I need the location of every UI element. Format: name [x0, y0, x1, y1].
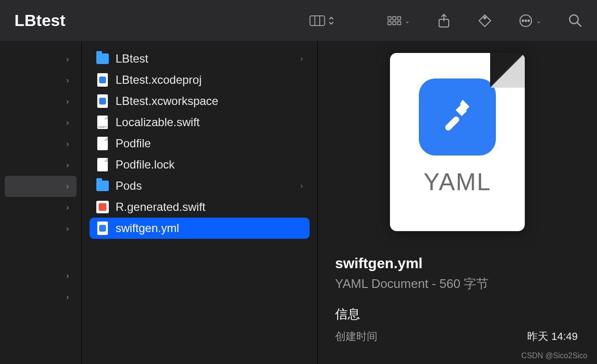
xcworkspace-icon: [96, 95, 109, 107]
preview-section-info: 信息: [335, 306, 578, 323]
preview-size: 560 字节: [440, 276, 489, 291]
chevron-right-icon: ›: [66, 55, 69, 64]
svg-rect-0: [310, 15, 325, 25]
file-name: swiftgen.yml: [116, 221, 303, 235]
preview-created-label: 创建时间: [335, 329, 377, 344]
search-icon: [568, 13, 583, 28]
preview-created-value: 昨天 14:49: [527, 329, 578, 344]
ellipsis-circle-icon: [519, 13, 533, 28]
preview-large-icon: YAML: [390, 53, 525, 231]
svg-point-14: [525, 20, 526, 21]
file-name: LBtest.xcodeproj: [116, 73, 303, 87]
sidebar-item[interactable]: ›: [0, 70, 81, 91]
file-row-doc[interactable]: Podfile.lock: [90, 154, 310, 175]
file-name: Pods: [116, 179, 294, 193]
tags-button[interactable]: [478, 13, 492, 28]
file-name: Localizable.swift: [116, 116, 303, 129]
preview-metadata: swiftgen.yml YAML Document - 560 字节 信息 创…: [318, 231, 597, 344]
chevron-right-icon: ›: [300, 54, 303, 63]
chevron-down-icon: ⌄: [404, 17, 410, 25]
updown-icon: [328, 16, 334, 26]
chevron-right-icon: ›: [66, 118, 69, 127]
sidebar-item[interactable]: ›: [0, 265, 81, 286]
watermark: CSDN @Sico2Sico: [521, 351, 587, 360]
file-name: R.generated.swift: [116, 200, 303, 214]
share-button[interactable]: [437, 13, 451, 28]
svg-rect-4: [393, 16, 396, 20]
toolbar-actions-group: ⌄ ⌄: [387, 13, 583, 28]
file-name: LBtest.xcworkspace: [116, 94, 303, 108]
svg-point-15: [528, 20, 529, 21]
window-title: LBtest: [14, 11, 65, 30]
sidebar-item[interactable]: ›: [0, 197, 81, 218]
dogear-icon: [490, 53, 525, 88]
hammer-icon: [436, 95, 479, 139]
columns-icon: [309, 14, 325, 27]
chevron-right-icon: ›: [66, 203, 69, 212]
svg-point-13: [522, 20, 523, 21]
columns-view-button[interactable]: [309, 14, 334, 27]
document-icon: [96, 158, 109, 171]
xcode-badge-icon: [419, 78, 496, 156]
yaml-icon: [96, 222, 109, 234]
xcodeproj-icon: [96, 74, 109, 86]
folder-icon: [96, 180, 109, 192]
sidebar-item[interactable]: ›: [0, 286, 81, 308]
sidebar-item[interactable]: ›: [0, 49, 81, 70]
search-button[interactable]: [568, 13, 583, 28]
file-row-swift[interactable]: R.generated.swift: [90, 196, 310, 218]
chevron-down-icon: ⌄: [536, 17, 542, 25]
sidebar-item-current[interactable]: ›: [5, 176, 77, 197]
preview-ext-label: YAML: [424, 168, 491, 196]
svg-rect-5: [398, 16, 401, 20]
main-content: › › › › › › › › › › › LBtest › LBtest.xc…: [0, 41, 597, 364]
chevron-right-icon: ›: [66, 140, 69, 148]
file-row-yaml[interactable]: swiftgen.yml: [90, 218, 310, 239]
folder-icon: [96, 52, 109, 65]
svg-point-16: [570, 15, 578, 24]
file-list-column: LBtest › LBtest.xcodeproj LBtest.xcworks…: [82, 41, 318, 364]
file-row-doc[interactable]: Podfile: [90, 133, 310, 154]
swift-doc-icon: SWIFT: [96, 116, 109, 129]
chevron-right-icon: ›: [66, 272, 69, 280]
svg-rect-6: [388, 21, 391, 25]
file-row-folder[interactable]: Pods ›: [90, 175, 310, 196]
svg-line-17: [577, 23, 581, 26]
chevron-right-icon: ›: [66, 97, 69, 106]
file-row-xcworkspace[interactable]: LBtest.xcworkspace: [90, 91, 310, 112]
sidebar-item[interactable]: ›: [0, 91, 81, 112]
sidebar-item[interactable]: ›: [0, 218, 81, 239]
sidebar-item[interactable]: ›: [0, 112, 81, 133]
svg-rect-3: [388, 16, 391, 20]
file-row-xcodeproj[interactable]: LBtest.xcodeproj: [90, 69, 310, 91]
chevron-right-icon: ›: [66, 76, 69, 85]
file-row-folder[interactable]: LBtest ›: [90, 48, 310, 69]
file-row-swiftdoc[interactable]: SWIFT Localizable.swift: [90, 112, 310, 133]
chevron-right-icon: ›: [66, 224, 69, 233]
chevron-right-icon: ›: [66, 161, 69, 169]
preview-kind: YAML Document: [335, 276, 428, 291]
tag-icon: [478, 13, 492, 28]
file-name: Podfile.lock: [116, 158, 303, 171]
group-icon: [387, 13, 402, 28]
sidebar-item[interactable]: ›: [0, 133, 81, 155]
swift-icon: [96, 201, 109, 213]
file-name: LBtest: [116, 52, 294, 65]
more-button[interactable]: ⌄: [519, 13, 542, 28]
preview-created-row: 创建时间 昨天 14:49: [335, 329, 578, 344]
svg-rect-7: [393, 21, 396, 25]
document-icon: [96, 137, 109, 150]
share-icon: [437, 13, 451, 28]
group-button[interactable]: ⌄: [387, 13, 410, 28]
svg-rect-8: [398, 21, 401, 25]
preview-filename: swiftgen.yml: [335, 255, 578, 272]
chevron-right-icon: ›: [300, 182, 303, 190]
toolbar-view-group: [309, 14, 334, 27]
preview-pane: YAML swiftgen.yml YAML Document - 560 字节…: [318, 41, 597, 364]
sidebar-column: › › › › › › › › › › ›: [0, 41, 82, 364]
sidebar-item[interactable]: ›: [0, 155, 81, 176]
svg-rect-18: [444, 115, 460, 131]
chevron-right-icon: ›: [66, 182, 69, 191]
file-name: Podfile: [116, 137, 303, 150]
preview-kind-size: YAML Document - 560 字节: [335, 275, 578, 292]
